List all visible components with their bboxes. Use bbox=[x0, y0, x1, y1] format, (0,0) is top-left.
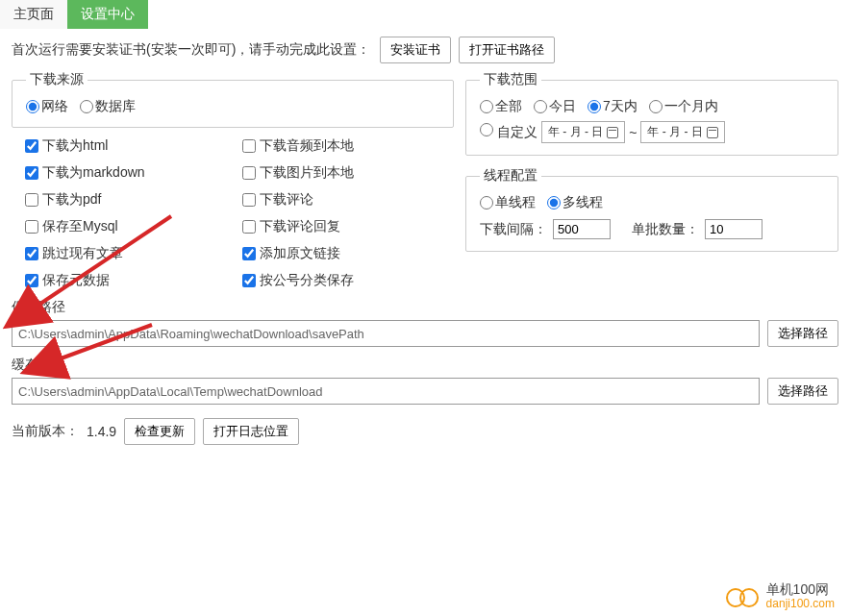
range-custom-radio[interactable] bbox=[480, 123, 493, 136]
range-all-option[interactable]: 全部 bbox=[480, 98, 522, 115]
opt-add-link-label: 添加原文链接 bbox=[260, 245, 340, 262]
date-start-text: 年 - 月 - 日 bbox=[548, 124, 603, 140]
thread-multi-radio[interactable] bbox=[547, 196, 561, 209]
download-range-group: 下载范围 全部 今日 7天内 一个月内 bbox=[465, 71, 838, 156]
watermark-title: 单机100网 bbox=[766, 582, 835, 597]
watermark-url: danji100.com bbox=[766, 598, 835, 610]
choose-cache-path-button[interactable]: 选择路径 bbox=[767, 378, 838, 405]
range-all-label: 全部 bbox=[495, 98, 522, 115]
cache-path-input[interactable] bbox=[12, 378, 760, 405]
cert-row: 首次运行需要安装证书(安装一次即可)，请手动完成此设置： 安装证书 打开证书路径 bbox=[0, 29, 850, 71]
opt-html[interactable]: 下载为html bbox=[25, 137, 223, 155]
opt-by-account[interactable]: 按公号分类保存 bbox=[242, 272, 440, 289]
save-path-input[interactable] bbox=[12, 320, 760, 347]
opt-skip-existing[interactable]: 跳过现有文章 bbox=[25, 245, 223, 262]
version-label: 当前版本： bbox=[12, 423, 79, 440]
opt-html-checkbox[interactable] bbox=[25, 139, 38, 153]
opt-pdf-checkbox[interactable] bbox=[25, 193, 38, 207]
source-database-radio[interactable] bbox=[80, 100, 93, 113]
thread-single-option[interactable]: 单线程 bbox=[480, 194, 536, 211]
open-cert-path-button[interactable]: 打开证书路径 bbox=[459, 37, 555, 63]
opt-mysql-checkbox[interactable] bbox=[25, 220, 38, 234]
range-today-option[interactable]: 今日 bbox=[534, 98, 576, 115]
opt-html-label: 下载为html bbox=[42, 137, 108, 155]
opt-audio-checkbox[interactable] bbox=[242, 139, 256, 153]
opt-by-account-checkbox[interactable] bbox=[242, 274, 256, 287]
opt-comment-reply[interactable]: 下载评论回复 bbox=[242, 218, 440, 235]
download-options: 下载为html 下载音频到本地 下载为markdown 下载图片到本地 下载为p… bbox=[12, 128, 454, 289]
watermark-logo-icon bbox=[726, 586, 761, 607]
opt-by-account-label: 按公号分类保存 bbox=[260, 272, 354, 289]
batch-input[interactable] bbox=[705, 219, 762, 239]
thread-config-group: 线程配置 单线程 多线程 下载间隔： 单批数量： bbox=[465, 167, 838, 252]
download-range-legend: 下载范围 bbox=[480, 71, 541, 88]
range-month-option[interactable]: 一个月内 bbox=[649, 98, 718, 115]
interval-input[interactable] bbox=[553, 219, 611, 239]
opt-pdf-label: 下载为pdf bbox=[42, 191, 101, 209]
opt-image[interactable]: 下载图片到本地 bbox=[242, 164, 440, 182]
date-end-text: 年 - 月 - 日 bbox=[647, 124, 702, 140]
opt-comment[interactable]: 下载评论 bbox=[242, 191, 440, 209]
range-week-radio[interactable] bbox=[588, 100, 601, 113]
thread-multi-option[interactable]: 多线程 bbox=[547, 194, 603, 211]
thread-single-radio[interactable] bbox=[480, 196, 493, 209]
thread-single-label: 单线程 bbox=[495, 194, 536, 211]
date-range-separator: ~ bbox=[629, 125, 637, 140]
check-update-button[interactable]: 检查更新 bbox=[124, 418, 195, 445]
calendar-icon bbox=[607, 127, 618, 138]
source-network-label: 网络 bbox=[41, 98, 68, 115]
opt-add-link-checkbox[interactable] bbox=[242, 247, 256, 260]
opt-save-meta[interactable]: 保存元数据 bbox=[25, 272, 223, 289]
source-network-radio[interactable] bbox=[26, 100, 39, 113]
footer: 当前版本： 1.4.9 检查更新 打开日志位置 bbox=[0, 414, 850, 449]
version-value: 1.4.9 bbox=[87, 424, 116, 439]
range-all-radio[interactable] bbox=[480, 100, 493, 113]
opt-skip-existing-checkbox[interactable] bbox=[25, 247, 38, 260]
opt-audio-label: 下载音频到本地 bbox=[260, 137, 354, 155]
opt-save-meta-checkbox[interactable] bbox=[25, 274, 38, 287]
download-source-legend: 下载来源 bbox=[26, 71, 88, 88]
calendar-icon bbox=[707, 127, 718, 138]
opt-image-label: 下载图片到本地 bbox=[260, 164, 354, 182]
opt-mysql[interactable]: 保存至Mysql bbox=[25, 218, 223, 235]
interval-label: 下载间隔： bbox=[480, 221, 547, 238]
opt-image-checkbox[interactable] bbox=[242, 166, 256, 180]
date-start-input[interactable]: 年 - 月 - 日 bbox=[541, 121, 625, 143]
cert-label: 首次运行需要安装证书(安装一次即可)，请手动完成此设置： bbox=[12, 41, 370, 59]
range-week-label: 7天内 bbox=[603, 98, 638, 115]
opt-markdown[interactable]: 下载为markdown bbox=[25, 164, 223, 182]
range-month-radio[interactable] bbox=[649, 100, 662, 113]
save-path-label: 保存路径 bbox=[12, 299, 838, 316]
opt-mysql-label: 保存至Mysql bbox=[42, 218, 118, 235]
install-cert-button[interactable]: 安装证书 bbox=[380, 37, 451, 63]
date-end-input[interactable]: 年 - 月 - 日 bbox=[640, 121, 724, 143]
source-network-option[interactable]: 网络 bbox=[26, 98, 68, 115]
opt-add-link[interactable]: 添加原文链接 bbox=[242, 245, 440, 262]
watermark: 单机100网 danji100.com bbox=[726, 582, 835, 610]
opt-comment-reply-checkbox[interactable] bbox=[242, 220, 256, 234]
download-source-group: 下载来源 网络 数据库 bbox=[12, 71, 454, 128]
range-today-label: 今日 bbox=[549, 98, 576, 115]
range-month-label: 一个月内 bbox=[664, 98, 718, 115]
opt-audio[interactable]: 下载音频到本地 bbox=[242, 137, 440, 155]
batch-label: 单批数量： bbox=[632, 221, 699, 238]
opt-comment-checkbox[interactable] bbox=[242, 193, 256, 207]
tab-settings[interactable]: 设置中心 bbox=[67, 0, 148, 29]
choose-save-path-button[interactable]: 选择路径 bbox=[767, 320, 838, 347]
opt-pdf[interactable]: 下载为pdf bbox=[25, 191, 223, 209]
opt-skip-existing-label: 跳过现有文章 bbox=[42, 245, 123, 262]
range-custom-label: 自定义 bbox=[497, 124, 538, 139]
range-custom-option[interactable]: 自定义 bbox=[480, 123, 538, 141]
opt-comment-label: 下载评论 bbox=[260, 191, 313, 209]
tab-bar: 主页面 设置中心 bbox=[0, 0, 850, 29]
open-log-button[interactable]: 打开日志位置 bbox=[203, 418, 299, 445]
tab-main[interactable]: 主页面 bbox=[0, 0, 67, 29]
opt-markdown-checkbox[interactable] bbox=[25, 166, 38, 180]
range-week-option[interactable]: 7天内 bbox=[588, 98, 638, 115]
source-database-option[interactable]: 数据库 bbox=[80, 98, 136, 115]
opt-comment-reply-label: 下载评论回复 bbox=[260, 218, 340, 235]
thread-multi-label: 多线程 bbox=[562, 194, 603, 211]
opt-markdown-label: 下载为markdown bbox=[42, 164, 145, 182]
range-today-radio[interactable] bbox=[534, 100, 547, 113]
thread-config-legend: 线程配置 bbox=[480, 167, 541, 185]
